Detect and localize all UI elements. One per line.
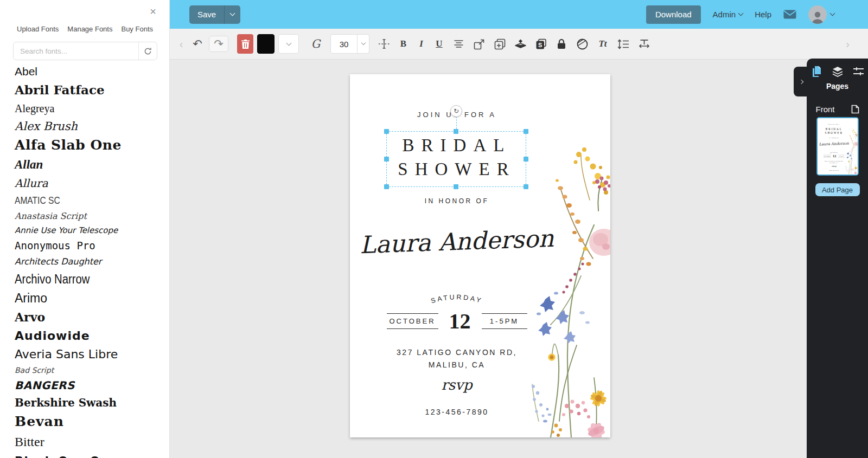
resize-button[interactable] [469,38,489,50]
account-menu[interactable] [808,5,834,24]
wildflower-artwork[interactable] [529,74,610,437]
redo-button[interactable]: ↷ [209,36,228,52]
close-icon[interactable]: × [150,4,156,18]
mail-icon[interactable] [783,10,796,19]
save-button[interactable]: Save [189,5,240,24]
admin-label: Admin [713,10,736,19]
bold-button[interactable]: B [394,38,412,49]
tab-manage-fonts[interactable]: Manage Fonts [67,25,112,33]
svg-text:S: S [538,42,542,48]
settings-sliders-icon[interactable] [852,66,865,77]
font-size-value[interactable]: 30 [330,34,358,54]
font-panel: × Upload Fonts Manage Fonts Buy Fonts Ab… [0,0,170,458]
fill-color-swatch[interactable] [257,34,275,54]
page-thumbnail[interactable]: JOIN US FOR A BRIDAL SHOWER IN HONOR OF … [816,117,859,176]
font-option[interactable]: Anastasia Script [15,211,169,221]
chevron-down-icon [230,11,235,16]
font-option[interactable]: Anonymous Pro [15,240,169,252]
selection-handle[interactable] [384,129,389,134]
tab-upload-fonts[interactable]: Upload Fonts [17,25,59,33]
delete-button[interactable] [237,34,253,54]
admin-menu[interactable]: Admin [713,10,743,19]
chevron-down-icon [361,41,365,45]
refresh-icon[interactable] [138,42,157,60]
font-option[interactable]: Berkshire Swash [15,397,169,409]
layer-order-button[interactable] [510,38,531,50]
letter-spacing-button[interactable] [374,38,394,50]
selection-handle[interactable] [524,157,528,162]
pages-tab-icon[interactable] [810,66,823,77]
save-dropdown-button[interactable] [224,5,240,24]
opacity-button[interactable] [572,38,592,50]
text-time[interactable]: 1-5PM [482,313,527,329]
font-option[interactable]: Abril Fatface [15,83,169,97]
font-option[interactable]: Bad Script [15,366,169,375]
font-option[interactable]: Allura [15,177,169,190]
panel-collapse-tab[interactable] [794,67,808,96]
selection-handle[interactable] [384,184,389,189]
font-search [13,42,157,60]
invitation-card[interactable]: JOIN US FOR A BRIDAL SHOWER IN HONOR OF … [350,74,610,437]
toolbar: ‹ ↶ ↷ G 30 B I U S [170,29,868,60]
text-date-number[interactable]: 12 [449,308,471,334]
tab-buy-fonts[interactable]: Buy Fonts [121,25,153,33]
font-option[interactable]: AMATIC SC [15,195,142,207]
avatar [808,5,827,24]
text-width-button[interactable] [634,39,654,49]
download-button[interactable]: Download [646,5,701,24]
font-option[interactable]: Alfa Slab One [15,138,169,153]
pages-panel: Pages Front JOIN US FOR A BRIDAL SHOWER … [807,59,868,458]
toolbar-scroll-left-icon[interactable]: ‹ [174,38,188,50]
chevron-right-icon [799,79,803,83]
rotate-stem [456,117,457,132]
stroke-color-dropdown[interactable] [278,34,299,54]
topbar-right-group: Download Admin Help [646,5,868,24]
font-option[interactable]: Annie Use Your Telescope [15,226,169,235]
pages-panel-title: Pages [807,82,868,91]
font-list: AbelAbril FatfaceAlegreyaAlex BrushAlfa … [0,65,169,458]
font-option[interactable]: Black Ops One [15,455,169,458]
selection-handle[interactable] [524,129,528,134]
font-size-control: 30 [330,34,369,54]
save-button-label[interactable]: Save [189,5,224,24]
font-search-input[interactable] [14,47,138,55]
undo-button[interactable]: ↶ [188,37,207,50]
selection-handle[interactable] [384,157,389,162]
chevron-down-icon [286,40,291,46]
add-page-button[interactable]: Add Page [815,183,860,196]
font-family-button[interactable]: G [308,37,324,50]
font-option[interactable]: Archivo Narrow [15,272,151,286]
rotate-handle[interactable]: ↻ [450,105,462,117]
duplicate-page-icon[interactable] [851,105,859,114]
line-height-button[interactable] [613,39,634,49]
font-option[interactable]: Audiowide [15,329,169,343]
font-option[interactable]: Arimo [15,291,169,305]
font-option[interactable]: Alex Brush [15,120,169,133]
invitation-card[interactable]: JOIN US FOR A BRIDAL SHOWER IN HONOR OF … [818,118,858,174]
font-panel-tabs: Upload Fonts Manage Fonts Buy Fonts [0,25,169,33]
duplicate-button[interactable] [489,38,510,50]
topbar: Save Download Admin Help [170,0,868,29]
text-case-button[interactable]: Tt [592,38,613,49]
toolbar-scroll-right-icon[interactable]: › [846,38,850,50]
styles-button[interactable]: S [531,38,551,50]
selection-handle[interactable] [524,184,528,189]
font-option[interactable]: Alegreya [15,102,169,115]
font-size-dropdown[interactable] [358,34,369,54]
font-option[interactable]: Allan [15,158,169,172]
font-option[interactable]: Bevan [15,414,169,430]
font-option[interactable]: Abel [15,65,169,78]
layers-tab-icon[interactable] [831,66,844,77]
lock-button[interactable] [551,38,572,49]
font-option[interactable]: BANGERS [15,379,169,392]
selection-handle[interactable] [454,184,458,189]
font-option[interactable]: Arvo [15,311,169,324]
font-option[interactable]: Architects Daughter [15,257,169,267]
italic-button[interactable]: I [412,38,430,49]
underline-button[interactable]: U [430,38,448,49]
text-month[interactable]: OCTOBER [387,313,438,329]
font-option[interactable]: Bitter [15,435,169,450]
help-link[interactable]: Help [755,10,771,19]
font-option[interactable]: Averia Sans Libre [15,347,169,361]
align-center-button[interactable] [448,40,469,48]
